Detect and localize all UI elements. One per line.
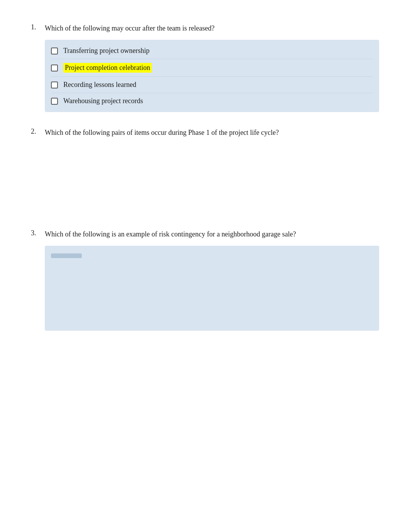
question-1-option-a[interactable]: Transferring project ownership (51, 43, 373, 59)
question-2-text: Which of the following pairs of items oc… (45, 127, 279, 138)
question-3-header: 3. Which of the following is an example … (31, 229, 379, 240)
question-1-option-b[interactable]: Project completion celebration (51, 59, 373, 77)
question-1-option-d[interactable]: Warehousing project records (51, 93, 373, 109)
question-2-number: 2. (31, 127, 45, 136)
radio-q1b[interactable] (51, 65, 58, 71)
question-1: 1. Which of the following may occur afte… (31, 23, 379, 112)
radio-q1d[interactable] (51, 98, 58, 105)
question-1-options: Transferring project ownership Project c… (45, 40, 379, 112)
option-a-text: Transferring project ownership (63, 47, 149, 55)
option-d-text: Warehousing project records (63, 97, 143, 105)
question-3-text: Which of the following is an example of … (45, 229, 296, 240)
question-3: 3. Which of the following is an example … (31, 229, 379, 331)
question-2-blank-area (31, 144, 379, 206)
question-1-number: 1. (31, 23, 45, 31)
question-3-blank-area (45, 246, 379, 331)
question-1-text: Which of the following may occur after t… (45, 23, 215, 34)
answer-bar-indicator (51, 253, 82, 258)
radio-q1c[interactable] (51, 82, 58, 88)
question-2: 2. Which of the following pairs of items… (31, 127, 379, 206)
question-1-header: 1. Which of the following may occur afte… (31, 23, 379, 34)
question-2-header: 2. Which of the following pairs of items… (31, 127, 379, 138)
question-1-option-c[interactable]: Recording lessons learned (51, 77, 373, 93)
option-c-text: Recording lessons learned (63, 81, 136, 89)
question-3-number: 3. (31, 229, 45, 237)
radio-q1a[interactable] (51, 48, 58, 54)
option-b-text: Project completion celebration (63, 63, 152, 73)
